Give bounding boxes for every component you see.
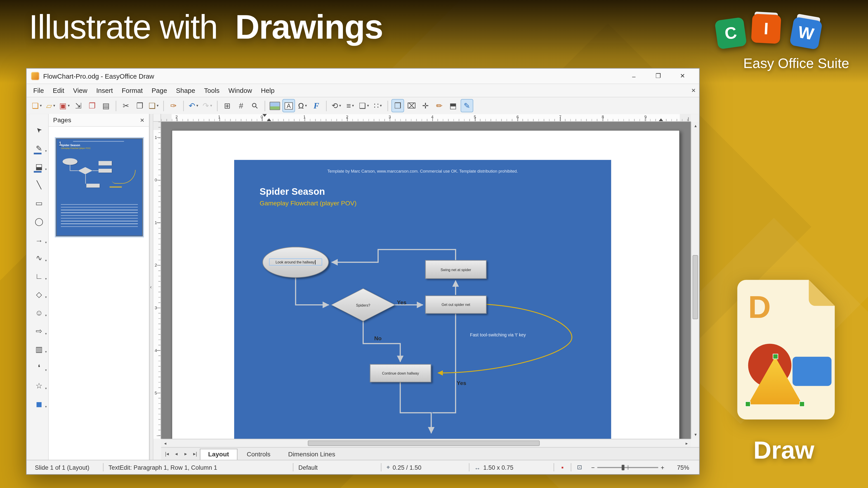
lines-and-arrows-dropdown-icon[interactable]: ▾ [45,240,47,244]
stars-and-banners-dropdown-icon[interactable]: ▾ [45,386,47,390]
last-page-icon[interactable]: ▸| [190,451,200,456]
connectors-tool-icon[interactable]: ∟▾ [31,267,47,285]
close-button[interactable]: ✕ [671,69,695,84]
print-direct-icon[interactable]: ▤ [100,99,112,112]
crop-image-icon[interactable]: ⌧ [405,99,418,112]
undo-icon[interactable]: ↶▾ [187,99,200,112]
redo-dropdown-icon[interactable]: ▾ [210,103,212,108]
menu-help[interactable]: Help [256,85,279,96]
menu-insert[interactable]: Insert [92,85,117,96]
menu-window[interactable]: Window [224,85,256,96]
zoom-out-button[interactable]: − [591,464,595,470]
block-arrows-dropdown-icon[interactable]: ▾ [45,331,47,335]
line-color-tool-icon[interactable]: ✎▾ [31,139,47,157]
cut-icon[interactable]: ✂ [120,99,132,112]
horizontal-scrollbar[interactable]: ◂ ▸ [161,439,691,447]
fit-slide-button[interactable]: ⊡ [571,464,588,471]
gluepoints-icon[interactable]: ✏ [433,99,445,112]
open-dropdown-icon[interactable]: ▾ [53,103,55,108]
stars-and-banners-tool-icon[interactable]: ☆▾ [31,376,47,394]
scroll-left-icon[interactable]: ◂ [161,439,169,447]
curves-and-polygons-dropdown-icon[interactable]: ▾ [45,258,47,262]
menu-view[interactable]: View [69,85,92,96]
pages-panel-close-icon[interactable]: ✕ [140,117,145,123]
vertical-scrollbar[interactable]: ▴ ▾ [691,122,699,439]
indent-marker[interactable] [267,116,271,121]
indent-marker[interactable] [262,114,267,119]
status-page-style[interactable]: Default [293,464,381,470]
flowchart-shapes-dropdown-icon[interactable]: ▾ [45,350,47,354]
page-thumbnail[interactable]: Spider Season Gameplay Flowchart (player… [56,138,143,236]
horizontal-ruler[interactable]: 210123456789 [161,114,691,122]
menu-file[interactable]: File [29,85,49,96]
new-document-icon[interactable]: ❏▾ [31,99,43,112]
flowchart-swing-box[interactable]: Swing net at spider [425,260,487,279]
distribution-dropdown-icon[interactable]: ▾ [380,103,382,108]
edit-points-icon[interactable]: ✛ [419,99,432,112]
insert-text-box-icon[interactable]: A [282,99,295,112]
clone-formatting-icon[interactable]: ✑ [167,99,180,112]
connector[interactable] [432,314,456,413]
fontwork-icon[interactable]: F [310,99,322,112]
slide-background[interactable]: Template by Marc Carson, www.marccarson.… [234,160,611,439]
undo-dropdown-icon[interactable]: ▾ [196,103,198,108]
flowchart-decision-diamond[interactable]: Spiders? [331,288,395,322]
special-character-icon[interactable]: Ω▾ [296,99,309,112]
transformations-dropdown-icon[interactable]: ▾ [339,103,341,108]
horizontal-scroll-thumb[interactable] [308,440,540,446]
menu-edit[interactable]: Edit [49,85,69,96]
document-canvas[interactable]: Template by Marc Carson, www.marccarson.… [161,122,691,439]
export-icon[interactable]: ⇲ [72,99,85,112]
shadow-icon[interactable]: ❒ [391,99,404,112]
previous-page-icon[interactable]: ◂ [172,451,181,456]
tab-dimension-lines[interactable]: Dimension Lines [280,449,344,460]
vertical-scroll-thumb[interactable] [692,255,698,320]
symbol-shapes-tool-icon[interactable]: ☺▾ [31,303,47,322]
distribution-icon[interactable]: ∷▾ [371,99,384,112]
save-dropdown-icon[interactable]: ▾ [68,103,70,108]
title-bar[interactable]: FlowChart-Pro.odg - EasyOffice Draw – ❐ … [27,69,700,84]
menu-page[interactable]: Page [147,85,172,96]
block-arrows-tool-icon[interactable]: ⇨▾ [31,322,47,340]
show-draw-functions-icon[interactable]: ✎ [461,99,473,112]
text-edit-box[interactable]: Look around the hallway [269,258,322,266]
align-objects-dropdown-icon[interactable]: ▾ [352,103,354,108]
flowchart-continue-box[interactable]: Continue down hallway [370,364,431,382]
3d-objects-tool-icon[interactable]: ◼▾ [31,394,47,413]
paste-icon[interactable]: ❑▾ [147,99,160,112]
basic-shapes-tool-icon[interactable]: ◇▾ [31,285,47,303]
drawing-page[interactable]: Template by Marc Carson, www.marccarson.… [172,130,680,439]
flowchart-getnet-box[interactable]: Get out spider net [425,295,487,314]
menu-format[interactable]: Format [117,85,147,96]
connector[interactable] [400,382,431,433]
copy-icon[interactable]: ❐ [133,99,146,112]
tab-controls[interactable]: Controls [239,449,279,460]
arrange-icon[interactable]: ❏▾ [358,99,370,112]
lines-and-arrows-tool-icon[interactable]: →▾ [31,230,47,249]
3d-objects-dropdown-icon[interactable]: ▾ [45,404,47,408]
next-page-icon[interactable]: ▸ [181,451,191,456]
zoom-in-button[interactable]: + [661,464,664,470]
symbol-shapes-dropdown-icon[interactable]: ▾ [45,313,47,317]
close-document-icon[interactable]: ✕ [691,88,696,94]
minimize-button[interactable]: – [622,69,646,84]
horizontal-scroll-track[interactable] [169,439,682,447]
connector[interactable] [296,278,329,305]
toggle-extrusion-icon[interactable]: ⬒ [447,99,459,112]
align-objects-icon[interactable]: ≡▾ [344,99,356,112]
display-grid-icon[interactable]: ⊞ [221,99,234,112]
tab-layout[interactable]: Layout [200,449,237,460]
arrange-dropdown-icon[interactable]: ▾ [367,103,369,108]
callout-shapes-tool-icon[interactable]: ❛▾ [31,358,47,376]
snap-guides-icon[interactable]: # [235,99,247,112]
paste-dropdown-icon[interactable]: ▾ [157,103,159,108]
ellipse-tool-icon[interactable]: ◯ [31,212,47,230]
new-document-dropdown-icon[interactable]: ▾ [40,103,42,108]
zoom-icon[interactable]: ⚲ [249,99,261,112]
connectors-dropdown-icon[interactable]: ▾ [45,276,47,281]
connector[interactable] [363,322,400,362]
maximize-button[interactable]: ❐ [646,69,671,84]
redo-icon[interactable]: ↷▾ [201,99,214,112]
rectangle-tool-icon[interactable]: ▭ [31,194,47,212]
save-icon[interactable]: ▣▾ [58,99,71,112]
